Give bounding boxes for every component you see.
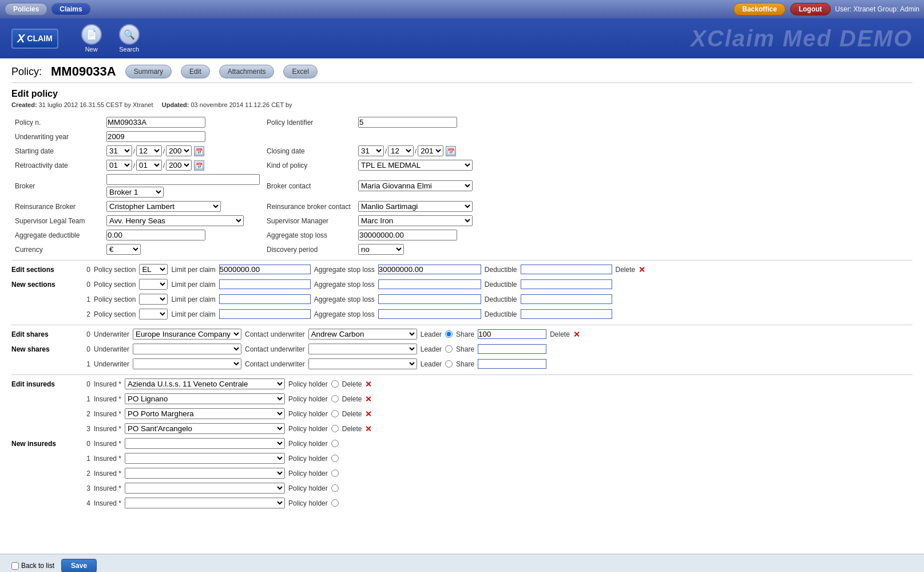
edit-insured-0-ph-radio[interactable] (331, 380, 339, 388)
broker-input[interactable] (106, 174, 260, 185)
discovery-period-select[interactable]: no (358, 244, 404, 255)
new-insured-3-select[interactable] (125, 483, 285, 494)
new-insured-0-ph-radio[interactable] (331, 440, 339, 447)
edit-share-0-delete-button[interactable]: ✕ (573, 330, 580, 339)
broker-contact-select[interactable]: Maria Giovanna Elmi (358, 180, 473, 191)
close-year-select[interactable]: 2010 (418, 145, 443, 156)
back-to-list-checkbox-label[interactable]: Back to list (11, 562, 54, 570)
new-insured-2-ph-radio[interactable] (331, 470, 339, 477)
policy-n-input[interactable] (106, 117, 205, 128)
edit-share-0-leader-radio[interactable] (445, 330, 453, 338)
back-to-list-label: Back to list (21, 562, 54, 570)
new-section-1-ded-input[interactable] (521, 294, 612, 304)
new-insured-row-2: 2 Insured * Policy holder (81, 468, 913, 479)
edit-insured-3-ph-radio[interactable] (331, 425, 339, 432)
new-share-1-share-input[interactable] (478, 359, 546, 369)
new-insured-3-ph-radio[interactable] (331, 484, 339, 492)
kind-of-policy-select[interactable]: TPL EL MEDMAL (358, 160, 473, 171)
edit-insured-0-select[interactable]: Azienda U.l.s.s. 11 Veneto Centrale (125, 378, 285, 389)
close-day-select[interactable]: 31 (358, 145, 384, 156)
edit-insured-3-select[interactable]: PO Sant'Arcangelo (125, 423, 285, 434)
edit-insured-3-delete-button[interactable]: ✕ (365, 424, 372, 433)
back-to-list-checkbox[interactable] (11, 562, 19, 570)
edit-share-0-share-input[interactable] (478, 329, 546, 339)
new-section-2-agg-input[interactable] (378, 309, 481, 319)
edit-section-0-limit-input[interactable] (219, 265, 311, 274)
underwriting-year-input[interactable] (106, 131, 205, 142)
aggregate-deductible-input[interactable] (106, 230, 205, 240)
edit-sections-label: Edit sections (11, 264, 74, 274)
new-insured-4-select[interactable] (125, 498, 285, 508)
new-insured-1-num: 1 (81, 455, 90, 463)
edit-insured-1-delete-label: Delete (342, 395, 362, 403)
edit-insured-1-select[interactable]: PO Lignano (125, 393, 285, 404)
edit-insured-1-ph-radio[interactable] (331, 395, 339, 403)
new-share-0-share-input[interactable] (478, 344, 546, 354)
edit-insured-2-delete-button[interactable]: ✕ (365, 409, 372, 419)
new-insured-1-ph-radio[interactable] (331, 455, 339, 462)
new-section-2-section-select[interactable] (139, 309, 168, 319)
start-cal-icon[interactable]: 📅 (194, 146, 204, 156)
supervisor-legal-select[interactable]: Avv. Henry Seas (106, 215, 244, 226)
new-section-1-limit-input[interactable] (219, 294, 311, 304)
new-section-0-ded-input[interactable] (521, 279, 612, 289)
supervisor-manager-select[interactable]: Marc Iron (358, 215, 473, 226)
new-share-1-leader-radio[interactable] (445, 360, 453, 368)
new-insured-4-ph-radio[interactable] (331, 499, 339, 507)
edit-insured-0-delete-button[interactable]: ✕ (365, 380, 372, 389)
edit-section-0-delete-button[interactable]: ✕ (639, 265, 645, 274)
aggregate-stop-loss-input[interactable] (358, 230, 457, 240)
start-month-select[interactable]: 12 (136, 145, 162, 156)
edit-insured-2-ph-radio[interactable] (331, 410, 339, 417)
edit-insured-1-delete-button[interactable]: ✕ (365, 395, 372, 404)
new-section-1-section-select[interactable] (139, 294, 168, 305)
reinsurance-broker-label: Reinsurance Broker (11, 199, 103, 214)
new-share-0-uw-select[interactable] (133, 344, 241, 354)
new-share-1-cu-select[interactable] (308, 358, 417, 369)
close-cal-icon[interactable]: 📅 (446, 146, 456, 156)
edit-share-0-uw-select[interactable]: Europe Insurance Company (133, 329, 241, 340)
currency-select[interactable]: € (106, 244, 141, 255)
new-section-0-agg-input[interactable] (378, 279, 481, 289)
new-share-0-cu-select[interactable] (308, 344, 417, 354)
retro-cal-icon[interactable]: 📅 (194, 160, 204, 171)
new-share-1-uw-select[interactable] (133, 358, 241, 369)
new-section-0-section-select[interactable] (139, 279, 168, 290)
tab-summary[interactable]: Summary (125, 65, 172, 78)
new-insured-1-select[interactable] (125, 453, 285, 464)
new-section-2-ded-input[interactable] (521, 309, 612, 319)
retro-year-select[interactable]: 2000 (166, 160, 192, 171)
tab-attachments[interactable]: Attachments (219, 65, 275, 78)
tab-edit[interactable]: Edit (181, 65, 210, 78)
retro-month-select[interactable]: 01 (136, 160, 162, 171)
claims-button[interactable]: Claims (51, 3, 90, 15)
tab-excel[interactable]: Excel (283, 65, 317, 78)
broker-dropdown[interactable]: Broker 1 (106, 187, 164, 198)
nav-new[interactable]: 📄 New (81, 24, 102, 53)
policy-identifier-input[interactable] (358, 117, 457, 128)
new-section-1-agg-input[interactable] (378, 294, 481, 304)
logo: X CLAIM (11, 29, 58, 49)
backoffice-button[interactable]: Backoffice (733, 3, 786, 15)
reins-contact-select[interactable]: Manlio Sartimagi (358, 201, 473, 212)
new-section-0-limit-input[interactable] (219, 279, 311, 289)
new-section-2-limit-input[interactable] (219, 309, 311, 319)
new-insured-2-select[interactable] (125, 468, 285, 479)
edit-section-0-section-select[interactable]: EL (139, 264, 168, 275)
start-year-select[interactable]: 2009 (166, 145, 192, 156)
edit-section-0-agg-input[interactable] (378, 265, 481, 274)
new-share-0-leader-radio[interactable] (445, 345, 453, 353)
reinsurance-broker-select[interactable]: Cristopher Lambert (106, 201, 221, 212)
edit-insured-2-select[interactable]: PO Porto Marghera (125, 408, 285, 419)
new-icon: 📄 (81, 24, 102, 45)
retro-day-select[interactable]: 01 (106, 160, 132, 171)
nav-search[interactable]: 🔍 Search (119, 24, 140, 53)
edit-section-0-ded-input[interactable] (521, 265, 612, 274)
edit-share-0-cu-select[interactable]: Andrew Carbon (308, 329, 417, 340)
logout-button[interactable]: Logout (790, 3, 831, 15)
start-day-select[interactable]: 31 (106, 145, 132, 156)
save-button[interactable]: Save (61, 559, 97, 572)
new-insured-0-select[interactable] (125, 438, 285, 449)
close-month-select[interactable]: 12 (388, 145, 414, 156)
policies-button[interactable]: Policies (5, 3, 47, 15)
